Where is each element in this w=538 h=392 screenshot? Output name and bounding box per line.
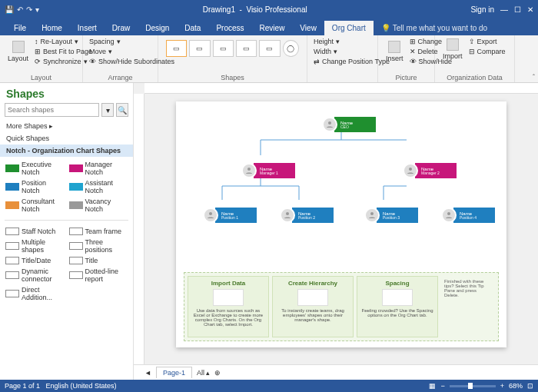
save-icon[interactable]: 💾 (5, 5, 14, 14)
tab-view[interactable]: View (292, 21, 324, 35)
compare-button[interactable]: ⊟ Compare (467, 47, 507, 56)
shape-item[interactable]: Executive Notch (5, 160, 65, 177)
status-lang[interactable]: English (United States) (46, 382, 117, 390)
shape-style-1[interactable]: ▭ (166, 40, 187, 57)
shapes-category[interactable]: Notch - Organization Chart Shapes (0, 145, 133, 157)
shape-item[interactable]: Multiple shapes (5, 238, 65, 254)
zoom-in-icon[interactable]: + (500, 382, 504, 390)
shape-style-5[interactable]: ▭ (259, 40, 280, 57)
tab-draw[interactable]: Draw (105, 21, 138, 35)
quick-shapes-link[interactable]: Quick Shapes (0, 132, 133, 145)
hint-import: Import DataUse data from sources such as… (188, 276, 269, 337)
move-button[interactable]: Move ▾ (88, 47, 153, 56)
fit-page-icon[interactable]: ⊡ (527, 382, 533, 390)
status-pages: Page 1 of 1 (5, 382, 40, 390)
org-node[interactable]: NameCEO (322, 117, 376, 132)
shape-item[interactable]: Consultant Notch (5, 197, 65, 214)
lightbulb-icon: 💡 (381, 24, 390, 32)
shape-style-2[interactable]: ▭ (189, 40, 210, 57)
svg-point-1 (247, 168, 251, 171)
maximize-icon[interactable]: ☐ (514, 5, 521, 14)
tab-process[interactable]: Process (208, 21, 251, 35)
close-icon[interactable]: ✕ (527, 5, 533, 14)
showhide-sub-button[interactable]: 👁 Show/Hide Subordinates (88, 57, 153, 66)
org-node[interactable]: NamePosition 2 (280, 208, 334, 223)
shapes-gallery[interactable]: ▭ ▭ ▭ ▭ ▭ ◯ (163, 37, 302, 57)
statusbar: Page 1 of 1 English (United States) ▦ − … (0, 380, 538, 392)
shape-item[interactable]: Title (68, 256, 129, 265)
shapes-pane: Shapes ▾ 🔍 More Shapes ▸ Quick Shapes No… (0, 83, 134, 380)
qat-more-icon[interactable]: ▾ (35, 5, 39, 14)
shape-item[interactable]: Assistant Notch (68, 178, 129, 195)
tellme[interactable]: 💡Tell me what you want to do (374, 21, 495, 35)
org-node[interactable]: NamePosition 3 (364, 208, 418, 223)
shape-item[interactable]: Staff Notch (5, 227, 65, 236)
tips-pane[interactable]: Import DataUse data from sources such as… (184, 272, 499, 341)
undo-icon[interactable]: ↶ (17, 5, 23, 14)
shape-style-3[interactable]: ▭ (213, 40, 234, 57)
zoom-out-icon[interactable]: − (440, 382, 444, 390)
org-node[interactable]: NameManager 1 (241, 163, 295, 178)
insert-pic-button[interactable]: Insert (383, 37, 407, 66)
view-mode-icon[interactable]: ▦ (429, 382, 436, 390)
collapse-ribbon-icon[interactable]: ˆ (533, 73, 535, 81)
zoom-level[interactable]: 68% (509, 382, 523, 390)
org-node[interactable]: NamePosition 1 (203, 208, 257, 223)
import-button[interactable]: Import (440, 37, 466, 61)
zoom-slider[interactable] (450, 385, 496, 387)
shape-item[interactable]: Direct Addition... (5, 285, 65, 302)
hint-hierarchy: Create HierarchyTo instantly create team… (272, 276, 354, 337)
shape-item[interactable]: Title/Date (5, 256, 65, 265)
add-page-icon[interactable]: ⊕ (214, 369, 221, 377)
canvas[interactable]: NameCEONameManager 1NameManager 2NamePos… (144, 94, 538, 364)
prev-page-icon[interactable]: ◄ (144, 369, 151, 377)
page[interactable]: NameCEONameManager 1NameManager 2NamePos… (176, 101, 506, 347)
group-label-layout: Layout (5, 74, 78, 82)
tab-home[interactable]: Home (34, 21, 70, 35)
shape-item[interactable]: Vacancy Notch (68, 197, 129, 214)
hint-dismiss: Finished with these tips? Select this Ti… (441, 276, 495, 337)
redo-icon[interactable]: ↷ (26, 5, 32, 14)
group-label-picture: Picture (383, 74, 430, 82)
search-input[interactable] (5, 103, 99, 117)
tab-review[interactable]: Review (252, 21, 293, 35)
shapes-title: Shapes (0, 83, 133, 103)
layout-button[interactable]: Layout (5, 37, 32, 66)
shape-style-4[interactable]: ▭ (236, 40, 257, 57)
more-shapes-link[interactable]: More Shapes ▸ (0, 120, 133, 132)
doc-title: Drawing1 (203, 5, 235, 14)
group-label-shapes: Shapes (163, 74, 302, 82)
svg-point-4 (286, 212, 289, 215)
shape-style-6[interactable]: ◯ (283, 40, 299, 57)
search-go-button[interactable]: ▾ (101, 103, 114, 117)
height-field[interactable]: Height ▾ (312, 37, 373, 46)
changepos-button[interactable]: ⇄ Change Position Type (312, 57, 373, 66)
group-label-orgdata: Organization Data (440, 74, 510, 82)
shape-item[interactable]: Three positions (68, 238, 129, 254)
shape-item[interactable]: Manager Notch (68, 160, 129, 177)
shape-item[interactable]: Team frame (68, 227, 129, 236)
svg-point-6 (447, 212, 450, 215)
tab-insert[interactable]: Insert (70, 21, 105, 35)
shape-item[interactable]: Dotted-line report (68, 267, 129, 284)
search-icon[interactable]: 🔍 (116, 103, 128, 117)
tab-file[interactable]: File (6, 21, 34, 35)
app-name: Visio Professional (246, 5, 307, 14)
org-node[interactable]: NamePosition 4 (441, 208, 495, 223)
export-button[interactable]: ⇪ Export (467, 37, 507, 46)
org-node[interactable]: NameManager 2 (403, 163, 457, 178)
minimize-icon[interactable]: — (500, 5, 508, 14)
shape-item[interactable]: Dynamic connector (5, 267, 65, 284)
page-tab-1[interactable]: Page-1 (156, 367, 192, 378)
signin-link[interactable]: Sign in (470, 5, 494, 14)
layout-icon (12, 41, 25, 53)
group-label-arrange: Arrange (88, 74, 153, 82)
tab-orgchart[interactable]: Org Chart (324, 21, 374, 35)
tab-design[interactable]: Design (138, 21, 177, 35)
spacing-button[interactable]: Spacing ▾ (88, 37, 153, 46)
all-pages[interactable]: All ▴ (197, 369, 211, 377)
tab-data[interactable]: Data (177, 21, 208, 35)
page-tabs: ◄ Page-1 All ▴ ⊕ (134, 364, 538, 380)
shape-item[interactable]: Position Notch (5, 178, 65, 195)
width-field[interactable]: Width ▾ (312, 47, 373, 56)
